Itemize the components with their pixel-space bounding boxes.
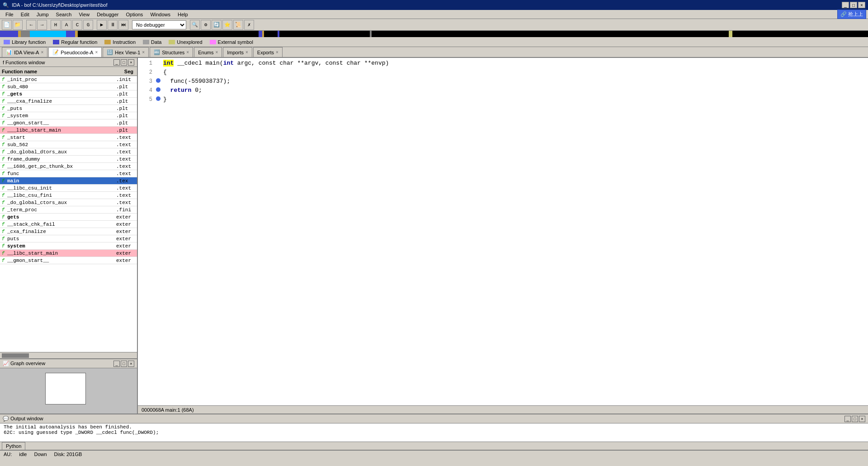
list-item[interactable]: f puts exter <box>0 235 137 243</box>
output-float[interactable]: □ <box>852 416 858 422</box>
menu-edit[interactable]: Edit <box>17 11 33 18</box>
tb-run[interactable]: ▶ <box>97 20 107 30</box>
tb-pause[interactable]: ⏸ <box>108 20 118 30</box>
tab-enums[interactable]: Enums × <box>194 47 222 57</box>
func-icon: f <box>0 236 6 242</box>
menu-help[interactable]: Help <box>174 11 192 18</box>
func-seg: .plt <box>114 106 137 111</box>
hscroll-thumb[interactable] <box>2 353 29 358</box>
menu-windows[interactable]: Windows <box>146 11 174 18</box>
list-item[interactable]: f func .text <box>0 170 137 177</box>
tb-step[interactable]: ⏭ <box>118 20 128 30</box>
list-item[interactable]: f sub_562 .text <box>0 141 137 148</box>
tb-back[interactable]: ← <box>26 20 36 30</box>
list-item[interactable]: f ___libc_start_main .plt <box>0 127 137 134</box>
tab-hex-view[interactable]: 🔢 Hex View-1 × <box>103 47 149 57</box>
list-item[interactable]: f __i686_get_pc_thunk_bx .text <box>0 163 137 170</box>
fw-float[interactable]: □ <box>121 59 127 66</box>
tb-open[interactable]: 📁 <box>13 20 23 30</box>
tab-ida-view[interactable]: 📊 IDA View-A × <box>2 47 47 57</box>
menu-jump[interactable]: Jump <box>33 11 52 18</box>
list-item[interactable]: f sub_4B0 .plt <box>0 83 137 90</box>
list-item[interactable]: f __gmon_start__ exter <box>0 257 137 264</box>
tb-search[interactable]: 🔍 <box>190 20 200 30</box>
functions-hscroll[interactable] <box>0 352 137 358</box>
list-item[interactable]: f _system .plt <box>0 112 137 119</box>
menu-view[interactable]: View <box>75 11 93 18</box>
debugger-select[interactable]: No debugger <box>132 20 186 29</box>
legend-regular-label: Regular function <box>61 39 97 45</box>
tab-enums-close[interactable]: × <box>215 50 218 55</box>
list-item[interactable]: f ___cxa_finalize .plt <box>0 98 137 105</box>
output-titlebar-controls[interactable]: _ □ × <box>844 416 865 422</box>
func-name: _do_global_ctors_aux <box>6 200 114 205</box>
tb-bookmark[interactable]: ⭐ <box>222 20 232 30</box>
list-item[interactable]: f frame_dummy .text <box>0 156 137 163</box>
output-minimize[interactable]: _ <box>844 416 851 422</box>
tb-hex[interactable]: H <box>51 20 61 30</box>
tb-c[interactable]: C <box>72 20 82 30</box>
menu-options[interactable]: Options <box>122 11 146 18</box>
list-item[interactable]: f __libc_start_main exter <box>0 250 137 257</box>
list-item[interactable]: f _term_proc .fini <box>0 206 137 214</box>
tab-imports-close[interactable]: × <box>245 50 248 55</box>
nav-seg-3 <box>21 31 30 37</box>
tab-exports-close[interactable]: × <box>276 50 278 55</box>
tab-exports[interactable]: Exports × <box>253 47 283 57</box>
output-content[interactable]: The initial autoanalysis has been finish… <box>0 423 868 442</box>
output-close[interactable]: × <box>859 416 865 422</box>
graph-float[interactable]: □ <box>121 361 127 367</box>
list-item[interactable]: f __gmon_start__ .plt <box>0 119 137 127</box>
list-item[interactable]: f _do_global_dtors_aux .text <box>0 148 137 156</box>
close-button[interactable]: × <box>858 2 865 8</box>
tab-pseudocode-close[interactable]: × <box>95 50 98 55</box>
func-name: _init_proc <box>6 77 114 82</box>
tb-script[interactable]: 📜 <box>233 20 243 30</box>
tb-asm[interactable]: A <box>61 20 71 30</box>
tab-structures[interactable]: 🔤 Structures × <box>150 47 193 57</box>
tab-pseudocode[interactable]: 📝 Pseudocode-A × <box>48 47 102 57</box>
list-item[interactable]: f gets exter <box>0 214 137 221</box>
graph-icon: 📈 <box>3 361 9 366</box>
list-item[interactable]: f _do_global_ctors_aux .text <box>0 199 137 206</box>
graph-minimize[interactable]: _ <box>113 361 120 367</box>
functions-list[interactable]: f _init_proc .init f sub_4B0 .plt f _get… <box>0 76 137 352</box>
graph-titlebar-controls[interactable]: _ □ × <box>113 361 134 367</box>
title-bar-controls[interactable]: _ □ × <box>842 2 865 8</box>
list-item[interactable]: f main .tex <box>0 177 137 185</box>
tab-structures-icon: 🔤 <box>154 49 160 55</box>
tb-new[interactable]: 📄 <box>2 20 12 30</box>
minimize-button[interactable]: _ <box>842 2 849 8</box>
tb-graph[interactable]: G <box>83 20 93 30</box>
status-disk: Disk: 201GB <box>54 452 82 457</box>
output-tab-python[interactable]: Python <box>2 442 25 450</box>
tb-forward[interactable]: → <box>37 20 47 30</box>
fw-close[interactable]: × <box>128 59 134 66</box>
menu-search[interactable]: Search <box>52 11 75 18</box>
tb-settings[interactable]: ⚙ <box>201 20 211 30</box>
ida-logo-button[interactable]: 🔗 抢上上 <box>837 10 866 19</box>
menu-debugger[interactable]: Debugger <box>93 11 122 18</box>
list-item[interactable]: f _gets .plt <box>0 90 137 98</box>
list-item[interactable]: f system exter <box>0 243 137 250</box>
tab-imports[interactable]: Imports × <box>223 47 252 57</box>
maximize-button[interactable]: □ <box>850 2 857 8</box>
list-item[interactable]: f _init_proc .init <box>0 76 137 83</box>
list-item[interactable]: f __libc_csu_init .text <box>0 185 137 192</box>
tab-structures-close[interactable]: × <box>186 50 189 55</box>
tab-ida-view-close[interactable]: × <box>41 50 43 55</box>
functions-titlebar-controls[interactable]: _ □ × <box>113 59 134 66</box>
tb-sync[interactable]: 🔄 <box>212 20 222 30</box>
graph-close[interactable]: × <box>128 361 134 367</box>
list-item[interactable]: f _cxa_finalize exter <box>0 228 137 235</box>
list-item[interactable]: f _puts .plt <box>0 105 137 112</box>
code-area[interactable]: 1 int __cdecl main(int argc, const char … <box>138 58 868 405</box>
list-item[interactable]: f _start .text <box>0 134 137 141</box>
tab-structures-label: Structures <box>162 50 184 55</box>
list-item[interactable]: f __libc_csu_fini .text <box>0 192 137 199</box>
fw-minimize[interactable]: _ <box>113 59 120 66</box>
list-item[interactable]: f __stack_chk_fail exter <box>0 221 137 228</box>
tab-hex-view-close[interactable]: × <box>142 50 145 55</box>
menu-file[interactable]: File <box>2 11 17 18</box>
tb-close-x[interactable]: ✗ <box>244 20 254 30</box>
